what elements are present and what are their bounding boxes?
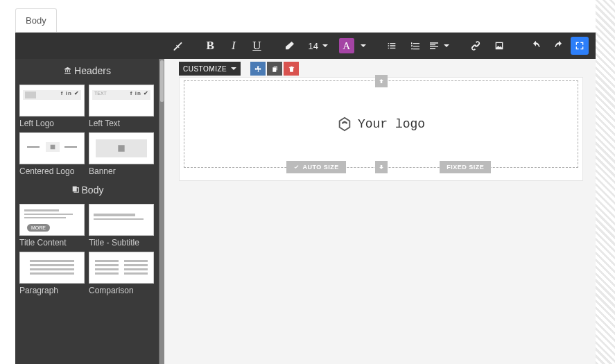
block-action-bar: CUSTOMIZE <box>179 62 299 76</box>
block-label: Left Logo <box>19 116 85 128</box>
insert-above-button[interactable] <box>375 75 388 87</box>
block-title-subtitle[interactable]: Title - Subtitle <box>89 204 154 248</box>
selected-header-block[interactable]: Your logo AUTO SIZE FIXED SIZE <box>184 80 578 168</box>
font-color-button[interactable]: A <box>339 38 354 53</box>
undo-icon[interactable] <box>526 36 546 55</box>
italic-button[interactable]: I <box>224 36 243 55</box>
block-paragraph[interactable]: Paragraph <box>19 252 85 295</box>
block-comparison[interactable]: Comparison <box>89 252 154 295</box>
block-label: Banner <box>89 164 154 176</box>
duplicate-button[interactable] <box>267 62 282 76</box>
insert-below-button[interactable] <box>375 161 388 173</box>
block-label: Paragraph <box>19 284 85 295</box>
format-toolbar: B I U 14 A <box>15 33 596 59</box>
block-label: Title - Subtitle <box>89 236 154 248</box>
customize-dropdown[interactable]: CUSTOMIZE <box>179 62 241 76</box>
tab-body[interactable]: Body <box>15 8 57 32</box>
bold-button[interactable]: B <box>200 36 220 55</box>
chevron-down-icon[interactable] <box>361 44 366 47</box>
headers-icon <box>63 66 72 75</box>
delete-button[interactable] <box>284 62 299 76</box>
sidebar-scrollbar[interactable] <box>159 59 164 364</box>
block-title-content[interactable]: MORE Title Content <box>19 204 85 248</box>
font-size-value[interactable]: 14 <box>307 41 320 51</box>
app-frame: Body B I U 14 A <box>0 0 596 364</box>
block-centered-logo[interactable]: Centered Logo <box>19 132 85 176</box>
body-icon <box>71 185 80 194</box>
eyedropper-icon[interactable] <box>168 36 187 55</box>
underline-button[interactable]: U <box>248 36 267 55</box>
sidebar-section-body: Body <box>15 178 159 202</box>
block-label: Comparison <box>89 284 154 295</box>
hexagon-logo-icon <box>337 116 352 132</box>
chevron-down-icon <box>231 67 236 70</box>
block-label: Left Text <box>89 116 154 128</box>
bullet-list-icon[interactable] <box>382 36 401 55</box>
block-label: Centered Logo <box>19 164 85 176</box>
numbered-list-icon[interactable] <box>406 36 425 55</box>
block-left-text[interactable]: TEXTf in ✔ Left Text <box>89 85 154 128</box>
email-canvas: Your logo AUTO SIZE FIXED SIZE <box>179 77 583 181</box>
auto-size-button[interactable]: AUTO SIZE <box>286 161 345 173</box>
link-icon[interactable] <box>466 36 485 55</box>
image-icon[interactable] <box>490 36 509 55</box>
logo-placeholder-text: Your logo <box>358 117 425 131</box>
move-button[interactable] <box>250 62 266 76</box>
blocks-sidebar: Headers f in ✔ Left Logo TEXTf in ✔ Left… <box>15 59 164 364</box>
tab-strip: Body <box>15 8 57 32</box>
eraser-icon[interactable] <box>280 36 300 55</box>
block-label: Title Content <box>19 236 85 248</box>
sidebar-section-headers: Headers <box>15 59 159 83</box>
redo-icon[interactable] <box>550 36 569 55</box>
block-banner[interactable]: Banner <box>89 132 154 176</box>
fullscreen-button[interactable] <box>571 37 589 55</box>
align-icon[interactable] <box>428 36 448 55</box>
page-pattern-right <box>596 0 615 364</box>
fixed-size-button[interactable]: FIXED SIZE <box>440 161 491 173</box>
block-left-logo[interactable]: f in ✔ Left Logo <box>19 85 85 128</box>
chevron-down-icon[interactable] <box>322 44 328 47</box>
editor-region: B I U 14 A CUSTOMIZE <box>15 32 596 364</box>
